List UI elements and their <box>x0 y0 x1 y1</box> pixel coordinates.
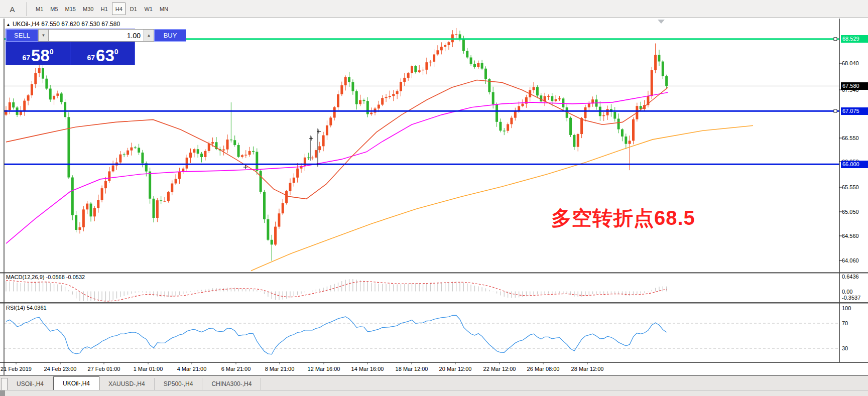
timeframe-button-m15[interactable]: M15 <box>62 3 79 15</box>
date-label: 1 Mar 01:00 <box>134 366 163 372</box>
price-tick-label: 68.040 <box>842 60 859 66</box>
date-label: 26 Mar 08:00 <box>527 366 560 372</box>
date-label: 27 Feb 01:00 <box>88 366 120 372</box>
symbol-header: ▲UKOil-,H4 67.550 67.620 67.530 67.580 <box>6 21 120 28</box>
date-label: 4 Mar 21:00 <box>177 366 207 372</box>
buy-price-main: 63 <box>96 48 114 63</box>
timeframe-button-h1[interactable]: H1 <box>97 3 111 15</box>
toolbar-separator <box>26 3 29 16</box>
top-toolbar: ▮▯E▤FAT⇅▾ M1M5M15M30H1H4D1W1MN <box>0 0 868 18</box>
price-tick-label: 64.560 <box>842 233 859 239</box>
chart-tab-xauusdh4[interactable]: XAUUSD-,H4 <box>99 378 155 390</box>
price-marker-label: 66.000 <box>841 161 868 168</box>
date-label: 14 Mar 16:00 <box>351 366 384 372</box>
price-marker-label: 67.075 <box>841 107 868 115</box>
price-tick-label: 65.050 <box>842 209 859 215</box>
buy-price-sup: 0 <box>114 42 118 61</box>
macd-indicator-label: MACD(12,26,9) -0.0568 -0.0532 <box>6 274 85 280</box>
chart-canvas[interactable] <box>0 19 868 375</box>
date-label: 8 Mar 21:00 <box>265 366 295 372</box>
sell-quote[interactable]: 67 58 0 <box>6 42 70 65</box>
rsi-indicator-label: RSI(14) 54.0361 <box>6 305 47 311</box>
macd-tick-label: 0.00 <box>842 289 852 295</box>
date-label: 24 Feb 23:00 <box>44 366 77 372</box>
chart-text-annotation[interactable]: 多空转折点68.5 <box>551 204 695 232</box>
price-tick-label: 66.550 <box>842 135 859 141</box>
date-label: 28 Mar 12:00 <box>571 366 604 372</box>
chart-tab-ukoilh4[interactable]: UKOil-,H4 <box>53 376 99 390</box>
sell-button[interactable]: SELL <box>6 29 38 42</box>
chart-tab-sp500h4[interactable]: SP500-,H4 <box>155 378 203 390</box>
timeframe-button-h4[interactable]: H4 <box>112 3 126 15</box>
sell-price-main: 58 <box>31 48 50 63</box>
buy-price-prefix: 67 <box>87 52 95 63</box>
one-click-panel-toggle-icon[interactable]: ▲ <box>6 22 11 27</box>
volume-increment-button[interactable]: ▲ <box>144 29 154 42</box>
price-tick-label: 64.060 <box>842 257 859 263</box>
timeframe-button-d1[interactable]: D1 <box>127 3 140 15</box>
chart-tab-usoilh4[interactable]: USOil-,H4 <box>8 378 53 390</box>
symbol-ohlc-text: UKOil-,H4 67.550 67.620 67.530 67.580 <box>13 21 120 28</box>
price-tick-label: 65.550 <box>842 184 859 190</box>
timeframe-button-m30[interactable]: M30 <box>80 3 96 15</box>
status-resize-handle <box>0 390 5 396</box>
one-click-trade-panel: SELL ▼ ▲ BUY 67 58 0 67 63 0 <box>6 29 135 65</box>
chart-shift-marker-icon[interactable] <box>658 20 665 24</box>
status-bar <box>0 390 868 396</box>
macd-tick-label: -0.3537 <box>842 295 860 301</box>
date-label: 21 Feb 2019 <box>1 366 32 372</box>
macd-tick-label: 0.6436 <box>842 274 859 280</box>
chart-tab-bar: USOil-,H4UKOil-,H4XAUUSD-,H4SP500-,H4CHI… <box>0 375 868 390</box>
date-label: 6 Mar 21:00 <box>221 366 251 372</box>
trading-terminal-window: ▮▯E▤FAT⇅▾ M1M5M15M30H1H4D1W1MN ▲UKOil-,H… <box>0 0 868 396</box>
volume-decrement-button[interactable]: ▼ <box>38 29 49 42</box>
timeframe-button-m1[interactable]: M1 <box>33 3 46 15</box>
date-label: 22 Mar 12:00 <box>483 366 516 372</box>
chart-tab-china300h4[interactable]: CHINA300-,H4 <box>202 378 261 390</box>
rsi-tick-label: 100 <box>842 305 851 311</box>
buy-button[interactable]: BUY <box>154 29 186 42</box>
sell-price-sup: 0 <box>50 42 54 61</box>
date-label: 12 Mar 16:00 <box>308 366 340 372</box>
rsi-tick-label: 30 <box>842 345 848 351</box>
rsi-tick-label: 70 <box>842 320 848 326</box>
date-label: 18 Mar 12:00 <box>396 366 428 372</box>
chart-window: ▲UKOil-,H4 67.550 67.620 67.530 67.580 S… <box>0 19 868 375</box>
font-icon[interactable]: A <box>4 2 21 16</box>
date-label: 20 Mar 12:00 <box>439 366 472 372</box>
timeframe-button-m5[interactable]: M5 <box>47 3 61 15</box>
price-marker-label: 68.529 <box>841 35 868 43</box>
volume-input[interactable] <box>49 29 144 42</box>
timeframe-button-mn[interactable]: MN <box>157 3 171 15</box>
sell-price-prefix: 67 <box>22 52 30 63</box>
buy-quote[interactable]: 67 63 0 <box>71 42 135 65</box>
tab-stub[interactable] <box>1 378 8 390</box>
timeframe-button-w1[interactable]: W1 <box>141 3 156 15</box>
price-marker-label: 67.580 <box>841 82 868 90</box>
